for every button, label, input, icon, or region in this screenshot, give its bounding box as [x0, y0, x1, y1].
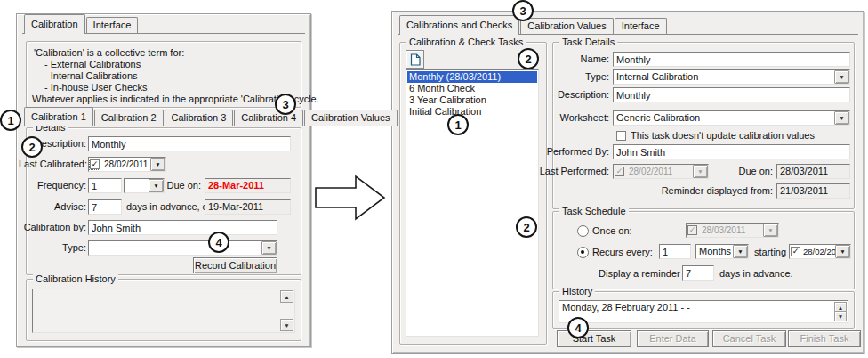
due-on-label: Due on: — [159, 179, 201, 192]
new-task-button[interactable] — [406, 50, 424, 69]
task-list[interactable]: Monthly (28/03/2011) 6 Month Check 3 Yea… — [406, 69, 539, 337]
advise-days-input[interactable] — [88, 199, 122, 215]
worksheet-value: Generic Calibration — [614, 111, 834, 125]
reminder-days-input[interactable] — [682, 265, 714, 281]
calibration-by-input[interactable] — [88, 220, 277, 235]
annotation-circle-2-right-schedule: 2 — [516, 216, 537, 238]
chevron-down-icon[interactable] — [835, 245, 850, 258]
finish-task-button: Finish Task — [788, 330, 861, 347]
recurs-radio-selected[interactable] — [577, 247, 589, 258]
calibrations-and-checks-dialog-new: Calibrations and Checks Calibration Valu… — [391, 11, 864, 354]
tab-calibration[interactable]: Calibration — [24, 14, 85, 34]
worksheet-dropdown[interactable]: Generic Calibration — [613, 110, 850, 126]
calibration-tab-strip: Calibration 1 Calibration 2 Calibration … — [24, 107, 398, 126]
name-label: Name: — [476, 53, 609, 66]
calibration-history-label: Calibration History — [33, 273, 118, 284]
chevron-down-icon[interactable] — [733, 245, 748, 258]
scroll-down-icon[interactable] — [280, 319, 293, 331]
top-tab-strip: Calibration Interface — [24, 14, 139, 34]
chevron-down-icon[interactable] — [150, 158, 165, 171]
recurs-interval-input[interactable] — [659, 244, 691, 259]
starting-date-picker[interactable]: 28/02/2011 — [789, 244, 851, 259]
tab-calibration-values[interactable]: Calibration Values — [304, 110, 397, 126]
chevron-down-icon[interactable] — [261, 241, 277, 255]
recurs-unit-dropdown[interactable]: Months — [695, 244, 749, 259]
chevron-down-icon[interactable] — [834, 111, 849, 125]
tab-calibration-4[interactable]: Calibration 4 — [234, 110, 303, 126]
task-schedule-label: Task Schedule — [559, 206, 629, 216]
last-calibrated-label: Last Calibrated: — [19, 158, 86, 171]
description-input[interactable] — [613, 87, 850, 102]
screenshot-stage: Calibration Interface 'Calibration' is a… — [0, 0, 868, 358]
last-calibrated-date-value: 28/02/2011 — [101, 158, 150, 171]
due-on-value: 28-Mar-2011 — [205, 178, 291, 193]
type-label: Type: — [19, 241, 86, 255]
frequency-input[interactable] — [88, 178, 122, 193]
once-on-date-picker-disabled: 28/03/2011 — [686, 223, 779, 238]
type-value: Internal Calibration — [614, 70, 834, 84]
tab-calibration-2[interactable]: Calibration 2 — [94, 110, 164, 126]
history-label: History — [559, 286, 595, 297]
name-input[interactable] — [613, 52, 850, 67]
checkbox-checked-icon[interactable] — [791, 247, 800, 256]
calibration-dialog-old: Calibration Interface 'Calibration' is a… — [16, 13, 311, 347]
checkbox-checked-icon[interactable] — [90, 159, 100, 169]
description-input[interactable] — [88, 136, 291, 151]
history-group: History Monday, 28 February 2011 - - — [552, 291, 855, 329]
performed-by-input[interactable] — [613, 144, 850, 159]
new-document-icon — [410, 53, 421, 66]
history-box: Monday, 28 February 2011 - - — [559, 300, 848, 323]
type-dropdown[interactable] — [88, 240, 277, 256]
once-on-label: Once on: — [592, 224, 632, 238]
last-performed-date-value: 28/02/2011 — [626, 165, 693, 178]
calibration-history-group: Calibration History — [26, 279, 301, 341]
last-calibrated-date-picker[interactable]: 28/02/2011 — [88, 157, 166, 172]
due-on-value: 28/03/2011 — [776, 164, 850, 179]
history-entry: Monday, 28 February 2011 - - — [560, 302, 847, 313]
annotation-circle-2-left: 2 — [21, 136, 43, 158]
reminder-displayed-value: 21/03/2011 — [776, 183, 850, 199]
annotation-circle-2-right-details: 2 — [518, 48, 539, 69]
recurs-every-label: Recurs every: — [592, 246, 653, 259]
chevron-down-icon[interactable] — [834, 70, 849, 84]
checkbox-unchecked-icon[interactable] — [616, 131, 626, 141]
once-on-radio[interactable] — [577, 225, 589, 237]
no-update-checkbox-label: This task doesn't update calibration val… — [631, 129, 815, 142]
annotation-circle-1-right: 1 — [447, 114, 469, 135]
cancel-task-button: Cancel Task — [712, 330, 786, 347]
last-performed-label: Last Performed: — [476, 165, 609, 178]
tab-calibration-1[interactable]: Calibration 1 — [24, 107, 93, 126]
tab-interface[interactable]: Interface — [615, 18, 667, 34]
annotation-circle-3-right: 3 — [512, 0, 534, 21]
calibration-history-box — [32, 289, 295, 333]
scroll-up-icon[interactable] — [280, 290, 293, 303]
days-in-advance-label: days in advance. — [719, 267, 793, 281]
type-dropdown[interactable]: Internal Calibration — [613, 69, 850, 85]
annotation-circle-4-right: 4 — [567, 317, 589, 338]
info-panel: 'Calibration' is a collective term for: … — [26, 41, 301, 108]
advise-date-value: 19-Mar-2011 — [205, 199, 291, 215]
tab-calibrations-and-checks[interactable]: Calibrations and Checks — [399, 15, 519, 35]
type-label: Type: — [476, 70, 609, 84]
tasks-group: Calibration & Check Tasks Monthly (28/03… — [399, 42, 547, 345]
frequency-unit-value — [125, 179, 149, 192]
record-calibration-button[interactable]: Record Calibration — [193, 257, 277, 273]
reminder-displayed-label: Reminder displayed from: — [570, 184, 773, 198]
checkbox-checked-icon — [687, 225, 697, 235]
tab-calibration-3[interactable]: Calibration 3 — [165, 110, 234, 126]
description-label: Description: — [476, 88, 609, 102]
type-value — [89, 241, 261, 255]
enter-data-button: Enter Data — [637, 330, 709, 347]
tab-interface[interactable]: Interface — [86, 17, 139, 33]
scroll-down-icon[interactable] — [834, 311, 847, 321]
history-scrollbar[interactable] — [834, 302, 847, 321]
history-scrollbar[interactable] — [280, 290, 293, 331]
tasks-group-label: Calibration & Check Tasks — [406, 37, 526, 47]
task-details-label: Task Details — [559, 37, 617, 47]
frequency-label: Frequency: — [19, 179, 86, 192]
transform-arrow-icon — [315, 175, 386, 221]
top-tab-strip: Calibrations and Checks Calibration Valu… — [399, 15, 668, 35]
tab-calibration-values[interactable]: Calibration Values — [520, 18, 613, 34]
once-on-date-value: 28/03/2011 — [699, 224, 763, 237]
recurs-unit-value: Months — [696, 245, 733, 258]
